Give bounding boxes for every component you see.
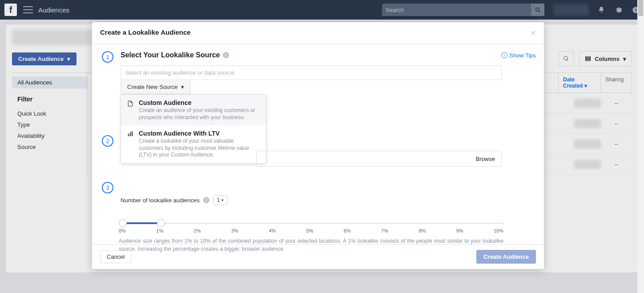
audience-count-select[interactable]: 1 ▾: [213, 195, 228, 205]
slider-handle-min[interactable]: [119, 219, 127, 227]
slider-handle-max[interactable]: [157, 219, 165, 227]
chevron-down-icon: ▾: [181, 84, 184, 90]
slider-description: Audience size ranges from 1% to 10% of t…: [119, 237, 503, 253]
step-2-indicator: 2: [102, 135, 113, 147]
modal-title: Create a Lookalike Audience: [100, 28, 191, 36]
audience-size-slider: 0% 1% 2% 3% 4% 5% 6% 7% 8% 9% 10% Audien…: [119, 223, 503, 253]
slider-labels: 0% 1% 2% 3% 4% 5% 6% 7% 8% 9% 10%: [119, 228, 503, 233]
info-icon[interactable]: i: [203, 197, 209, 203]
create-audience-submit-button[interactable]: Create Audience: [476, 250, 536, 264]
document-icon: [127, 100, 133, 121]
browse-link[interactable]: Browse: [470, 156, 501, 162]
step-1-title: Select Your Lookalike Source i: [121, 51, 229, 59]
dropdown-item-custom-audience[interactable]: Custom Audience Create an audience of yo…: [121, 95, 266, 125]
location-input-wrap: Browse: [256, 151, 502, 167]
create-lookalike-modal: Create a Lookalike Audience × 1 Select Y…: [92, 22, 544, 269]
chevron-left-icon: ‹: [501, 52, 507, 58]
lookalike-source-input[interactable]: Select an existing audience or data sour…: [121, 65, 502, 80]
audience-count-label: Number of lookalike audiences: [121, 197, 200, 204]
chevron-down-icon: ▾: [221, 198, 224, 202]
show-tips-link[interactable]: ‹ Show Tips: [501, 52, 536, 59]
create-new-source-button[interactable]: Create New Source ▾: [121, 80, 191, 94]
page-scrollbar[interactable]: [637, 0, 644, 293]
scrollbar-thumb[interactable]: [638, 0, 643, 16]
step-1-indicator: 1: [102, 51, 113, 63]
step-3-indicator: 3: [102, 182, 113, 193]
info-icon[interactable]: i: [223, 52, 229, 58]
close-icon[interactable]: ×: [531, 28, 536, 37]
